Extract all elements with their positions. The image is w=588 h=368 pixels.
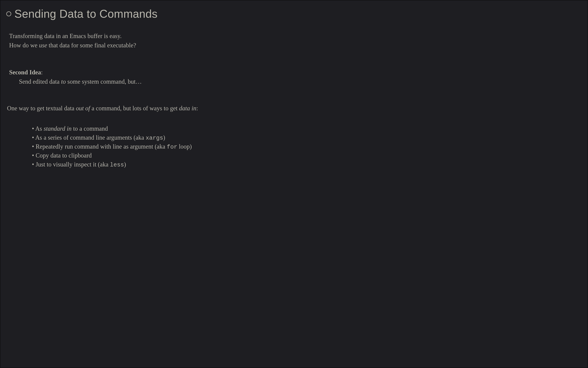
bullet-pre: Just to visually inspect it (aka [36,161,110,168]
idea-block: Second Idea: Send edited data to some sy… [9,68,579,86]
idea-body-post: some system command, but… [66,78,142,85]
bullet-circle-icon [6,11,11,16]
list-item: As a series of command line arguments (a… [32,133,579,142]
intro-line-2-post: that data for some final executable? [47,42,136,49]
transition-em2: data in [179,105,196,112]
bullet-list: As standard in to a command As a series … [32,124,579,169]
intro-line-2: How do we use that data for some final e… [9,41,579,50]
idea-body: Send edited data to some system command,… [19,77,579,86]
bullet-post: loop) [177,143,192,150]
intro-line-2-em: use [39,42,47,49]
idea-body-em: to [61,78,66,85]
intro-line-1: Transforming data in an Emacs buffer is … [9,32,579,41]
transition-pre: One way to get textual data [7,105,76,112]
bullet-pre: As [35,125,44,132]
heading-row: Sending Data to Commands [6,7,579,20]
bullet-pre: Repeatedly run command with line as argu… [36,143,167,150]
bullet-code: xargs [146,135,163,141]
transition-mid: a command, but lots of ways to get [90,105,179,112]
bullet-mid: to a command [72,125,108,132]
bullet-pre: Copy data to clipboard [36,152,92,159]
transition-post: : [196,105,198,112]
bullet-post: ) [163,134,165,141]
list-item: As standard in to a command [32,124,579,133]
idea-label: Second Idea [9,69,41,76]
idea-body-pre: Send edited data [19,78,61,85]
idea-colon: : [41,69,43,76]
transition-line: One way to get textual data out of a com… [7,104,579,113]
bullet-code: for [167,144,177,150]
list-item: Copy data to clipboard [32,151,579,160]
bullet-em: standard in [44,125,72,132]
intro-block: Transforming data in an Emacs buffer is … [9,32,579,50]
slide: Sending Data to Commands Transforming da… [0,0,588,368]
bullet-pre: As a series of command line arguments (a… [35,134,146,141]
list-item: Repeatedly run command with line as argu… [32,142,579,151]
bullet-post: ) [124,161,126,168]
transition-em1: out of [76,105,90,112]
bullet-code: less [110,162,124,168]
slide-title: Sending Data to Commands [14,7,157,20]
list-item: Just to visually inspect it (aka less) [32,160,579,169]
intro-line-2-pre: How do we [9,42,39,49]
idea-heading: Second Idea: [9,68,579,77]
